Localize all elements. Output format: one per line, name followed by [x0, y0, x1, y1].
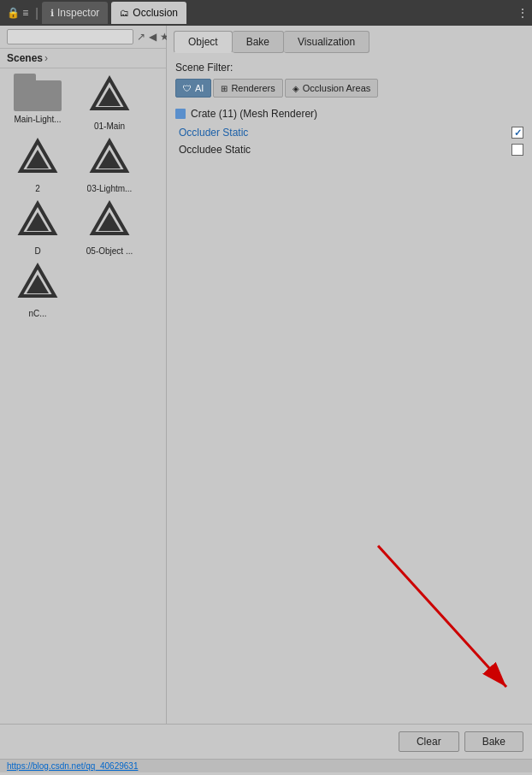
unity-icon-01main: [86, 72, 133, 120]
unity-icon-nc: [14, 259, 62, 307]
bake-button[interactable]: Bake: [464, 731, 523, 752]
filter-btn-occlusion-areas[interactable]: ◈ Occlusion Areas: [285, 79, 378, 98]
breadcrumb-chevron: ›: [44, 52, 48, 64]
arrow-icon[interactable]: ↗: [137, 31, 145, 43]
renderers-icon: ⊞: [221, 84, 228, 93]
scenes-label: Scenes: [7, 52, 43, 64]
scene-item-03lightm[interactable]: 03-Lightm...: [75, 134, 144, 193]
scene-label-05object: 05-Object ...: [86, 246, 133, 256]
tab-bake-label: Bake: [246, 36, 269, 48]
scene-filter-label: Scene Filter:: [175, 62, 523, 74]
scene-label-03lightm: 03-Lightm...: [87, 184, 133, 193]
filter-renderers-label: Renderers: [231, 83, 275, 93]
occlusion-tab-label: Occlusion: [133, 7, 178, 19]
unity-icon-2: [14, 134, 62, 182]
scene-item-05object[interactable]: 05-Object ...: [75, 197, 144, 256]
back-icon[interactable]: ◀: [149, 31, 157, 43]
occludee-static-checkbox[interactable]: [511, 144, 523, 156]
folder-icon: [12, 72, 63, 113]
scene-item-d[interactable]: D: [3, 197, 72, 256]
scene-label-d: D: [34, 246, 40, 256]
occlusion-tab-icon: 🗂: [120, 8, 129, 18]
inspector-tab-label: Inspector: [57, 7, 99, 19]
left-panel: ↗ ◀ ★ Scenes › Main-Light...: [0, 26, 167, 775]
occlusion-areas-icon: ◈: [293, 84, 299, 93]
crate-icon: [175, 109, 186, 119]
occluder-static-checkbox[interactable]: [511, 127, 523, 139]
tab-inspector[interactable]: ℹ Inspector: [42, 2, 108, 24]
scene-item-nc[interactable]: nC...: [3, 259, 72, 318]
section-title-text: Crate (11) (Mesh Renderer): [191, 108, 317, 120]
tab-bake[interactable]: Bake: [233, 31, 284, 53]
ai-icon: 🛡: [183, 84, 192, 93]
right-panel: Object Bake Visualization Scene Filter: …: [167, 26, 532, 775]
filter-btn-renderers[interactable]: ⊞ Renderers: [213, 79, 282, 98]
scenes-grid: Main-Light... 01-Main: [0, 68, 166, 322]
top-bar: 🔒 ≡ | ℹ Inspector 🗂 Occlusion ⋮: [0, 0, 532, 26]
scene-item-01main[interactable]: 01-Main: [75, 72, 144, 131]
scene-item-2[interactable]: 2: [3, 134, 72, 193]
clear-button[interactable]: Clear: [399, 731, 459, 752]
scene-label-mainlight: Main-Light...: [14, 115, 61, 124]
left-search-row: ↗ ◀ ★: [0, 26, 166, 49]
tab-object-label: Object: [188, 36, 218, 48]
prop-row-occludee: Occludee Static: [175, 144, 523, 156]
divider: |: [35, 6, 38, 20]
scene-label-2: 2: [35, 184, 40, 193]
unity-icon-03lightm: [86, 134, 133, 182]
status-bar: https://blog.csdn.net/qq_40629631: [0, 759, 532, 772]
occluder-static-label: Occluder Static: [179, 127, 511, 139]
unity-icon-d: [14, 197, 62, 245]
prop-row-occluder: Occluder Static: [175, 127, 523, 139]
unity-icon-05object: [86, 197, 133, 245]
ov-content: Scene Filter: 🛡 AI ⊞ Renderers ◈ Occlusi…: [167, 53, 532, 775]
lock-icon[interactable]: 🔒 ≡: [3, 5, 32, 21]
bottom-bar: Clear Bake https://blog.csdn.net/qq_4062…: [0, 724, 532, 775]
breadcrumb: Scenes ›: [0, 49, 166, 68]
tab-occlusion[interactable]: 🗂 Occlusion: [111, 2, 186, 24]
main-layout: ↗ ◀ ★ Scenes › Main-Light...: [0, 26, 532, 775]
status-url: https://blog.csdn.net/qq_40629631: [7, 761, 138, 771]
info-icon: ℹ: [50, 8, 54, 19]
filter-occlusion-areas-label: Occlusion Areas: [303, 83, 370, 93]
tab-object[interactable]: Object: [174, 31, 233, 53]
menu-icon[interactable]: ⋮: [517, 6, 529, 20]
scene-item-folder[interactable]: Main-Light...: [3, 72, 72, 131]
filter-buttons: 🛡 AI ⊞ Renderers ◈ Occlusion Areas: [175, 79, 523, 98]
filter-btn-ai[interactable]: 🛡 AI: [175, 79, 211, 98]
bottom-buttons: Clear Bake: [0, 725, 532, 759]
occludee-static-label: Occludee Static: [179, 144, 511, 156]
tab-visualization[interactable]: Visualization: [284, 31, 369, 53]
search-input[interactable]: [7, 29, 133, 44]
tab-visualization-label: Visualization: [298, 36, 355, 48]
scene-label-01main: 01-Main: [94, 121, 125, 131]
ov-tabs: Object Bake Visualization: [167, 26, 532, 53]
filter-ai-label: AI: [195, 83, 204, 93]
section-title: Crate (11) (Mesh Renderer): [175, 108, 523, 120]
scene-label-nc: nC...: [28, 309, 46, 318]
